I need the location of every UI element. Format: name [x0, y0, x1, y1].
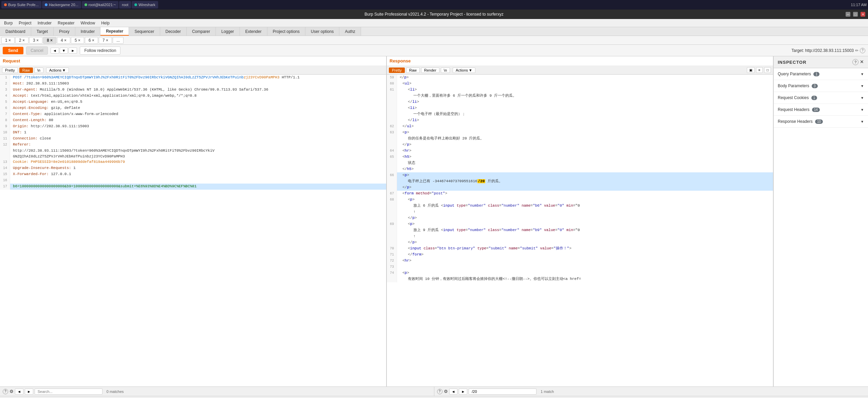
- resp-headers-header[interactable]: Response Headers 10 ▼: [774, 116, 868, 127]
- menu-burp[interactable]: Burp: [1, 20, 15, 26]
- taskbar-hacker-label: Hackergame 20...: [49, 3, 78, 7]
- rep-tab-5[interactable]: 5 ×: [71, 37, 84, 44]
- req-headers-chevron: ▼: [861, 108, 864, 112]
- taskbar-burp[interactable]: Burp Suite Profe...: [1, 1, 41, 8]
- resp-line-65a: 状态: [387, 160, 773, 166]
- resp-line-68b: ↑: [387, 209, 773, 215]
- menu-project[interactable]: Project: [16, 20, 34, 26]
- tab-repeater[interactable]: Repeater: [100, 27, 129, 36]
- request-actions-btn[interactable]: Actions ▼: [46, 68, 69, 73]
- tab-sequencer[interactable]: Sequencer: [129, 27, 160, 36]
- cancel-button[interactable]: Cancel: [26, 46, 48, 55]
- body-params-label: Body Parameters 3: [778, 83, 818, 88]
- taskbar-wireshark[interactable]: Wireshark: [132, 1, 158, 8]
- req-headers-header[interactable]: Request Headers 14 ▼: [774, 104, 868, 115]
- tab-extender[interactable]: Extender: [240, 27, 267, 36]
- req-line-11: 11 Connection: close: [0, 136, 386, 142]
- target-bar: Target: http://202.38.93.111:15003 ✏ ?: [792, 48, 865, 53]
- request-code-area[interactable]: 1 POST /?token=960%3AMEYCIQDTnqvDTpmWYI9…: [0, 75, 386, 386]
- tab-intruder[interactable]: Intruder: [75, 27, 100, 36]
- request-help-icon[interactable]: ?: [3, 389, 8, 394]
- menu-help[interactable]: Help: [98, 20, 112, 26]
- request-newline-btn[interactable]: \n: [34, 68, 43, 73]
- rep-tab-7[interactable]: 7 ×: [99, 37, 112, 44]
- taskbar-hacker[interactable]: Hackergame 20...: [42, 1, 81, 8]
- rep-tab-4[interactable]: 4 ×: [57, 37, 70, 44]
- edit-target-icon[interactable]: ✏: [855, 48, 858, 53]
- nav-left-button[interactable]: ◄: [51, 48, 59, 54]
- req-search-next-btn[interactable]: ►: [25, 388, 33, 395]
- rep-tab-6[interactable]: 6 ×: [85, 37, 98, 44]
- req-line-6: 6 Accept-Encoding: gzip, deflate: [0, 105, 386, 111]
- req-line-7: 7 Content-Type: application/x-www-form-u…: [0, 111, 386, 117]
- minimize-button[interactable]: ─: [846, 12, 850, 17]
- split-view-btn[interactable]: ▣: [747, 67, 755, 73]
- inspector-help-icon[interactable]: ?: [852, 59, 858, 65]
- taskbar-terminal1[interactable]: root@kali2021:~: [82, 1, 119, 8]
- nav-down-button[interactable]: ▼: [60, 48, 68, 54]
- inspector-controls: ? ✕: [852, 59, 864, 65]
- request-search-input[interactable]: [35, 388, 102, 395]
- taskbar-wireshark-label: Wireshark: [138, 3, 155, 7]
- response-search-input[interactable]: [469, 388, 536, 395]
- request-raw-btn[interactable]: Raw: [19, 68, 33, 73]
- single-view-btn[interactable]: □: [764, 67, 771, 73]
- response-actions-btn[interactable]: Actions ▼: [453, 68, 475, 73]
- response-actions-chevron: ▼: [469, 68, 472, 72]
- request-pretty-btn[interactable]: Pretty: [2, 68, 18, 73]
- toolbar: Send Cancel ◄ ▼ ► Follow redirection Tar…: [0, 45, 868, 56]
- rep-tab-8[interactable]: 8 ×: [43, 37, 56, 44]
- response-render-btn[interactable]: Render: [421, 68, 439, 73]
- tab-decoder[interactable]: Decoder: [160, 27, 187, 36]
- send-button[interactable]: Send: [3, 47, 23, 54]
- main-tab-bar: Dashboard Target Proxy Intruder Repeater…: [0, 27, 868, 36]
- tab-target[interactable]: Target: [31, 27, 54, 36]
- list-view-btn[interactable]: ≡: [756, 67, 763, 73]
- resp-search-next-btn[interactable]: ►: [459, 388, 467, 395]
- request-match-info: 0 matches: [107, 390, 124, 394]
- response-code-area[interactable]: 59 </p> 60 <ul> 61 <li> 一个大棚，里面有许多 6 斤一个…: [387, 75, 773, 386]
- request-settings-icon[interactable]: ⚙: [10, 389, 14, 394]
- inspector-close-icon[interactable]: ✕: [860, 59, 864, 65]
- tab-user-options[interactable]: User options: [305, 27, 339, 36]
- tab-dashboard[interactable]: Dashboard: [0, 27, 31, 36]
- rep-tab-more[interactable]: ...: [113, 37, 124, 44]
- resp-headers-chevron: ▼: [861, 120, 864, 124]
- response-newline-btn[interactable]: \n: [441, 68, 450, 73]
- query-params-header[interactable]: Query Parameters 1 ▼: [774, 68, 868, 80]
- close-button[interactable]: ✕: [861, 12, 865, 17]
- resp-search-prev-btn[interactable]: ◄: [449, 388, 458, 395]
- response-pretty-btn[interactable]: Pretty: [389, 68, 405, 73]
- tab-logger[interactable]: Logger: [216, 27, 240, 36]
- resp-line-63b: </p>: [387, 142, 773, 148]
- response-settings-icon[interactable]: ⚙: [444, 389, 448, 394]
- maximize-button[interactable]: □: [853, 12, 858, 17]
- response-raw-btn[interactable]: Raw: [406, 68, 420, 73]
- tab-comparer[interactable]: Comparer: [187, 27, 216, 36]
- req-line-16: 16: [0, 177, 386, 184]
- req-line-14: 14 Upgrade-Insecure-Requests: 1: [0, 165, 386, 171]
- body-params-header[interactable]: Body Parameters 3 ▼: [774, 80, 868, 92]
- request-header: Request: [0, 56, 386, 66]
- tab-project-options[interactable]: Project options: [267, 27, 305, 36]
- req-line-10: 10 DNT: 1: [0, 130, 386, 136]
- menu-repeater[interactable]: Repeater: [55, 20, 77, 26]
- taskbar-terminal2-label: root: [122, 3, 128, 7]
- menu-window[interactable]: Window: [78, 20, 98, 26]
- rep-tab-1[interactable]: 1 ×: [1, 37, 15, 44]
- rep-tab-3[interactable]: 3 ×: [29, 37, 42, 44]
- help-target-icon[interactable]: ?: [860, 48, 865, 53]
- follow-redirect-button[interactable]: Follow redirection: [80, 46, 120, 55]
- tab-authz[interactable]: Authz: [339, 27, 361, 36]
- taskbar-terminal2[interactable]: root: [119, 1, 131, 8]
- nav-right-button[interactable]: ►: [69, 48, 77, 54]
- req-search-prev-btn[interactable]: ◄: [15, 388, 23, 395]
- menu-intruder[interactable]: Intruder: [35, 20, 54, 26]
- resp-line-69a: 放上 9 斤的瓜 <input type="number" class="num…: [387, 227, 773, 233]
- query-params-badge: 1: [813, 72, 819, 76]
- tab-proxy[interactable]: Proxy: [54, 27, 75, 36]
- response-help-icon[interactable]: ?: [437, 389, 442, 394]
- cookies-header[interactable]: Request Cookies 1 ▼: [774, 92, 868, 103]
- burp-icon: [4, 3, 7, 6]
- rep-tab-2[interactable]: 2 ×: [15, 37, 29, 44]
